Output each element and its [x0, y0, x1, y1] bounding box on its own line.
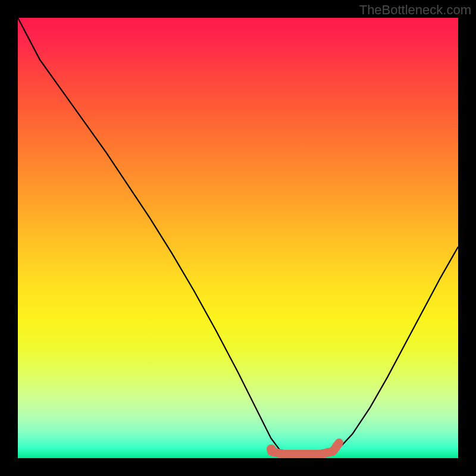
highlight-lead-dot	[267, 444, 276, 454]
watermark-text: TheBottleneck.com	[359, 2, 471, 18]
plot-area	[18, 18, 458, 458]
highlight-markers	[18, 18, 458, 458]
